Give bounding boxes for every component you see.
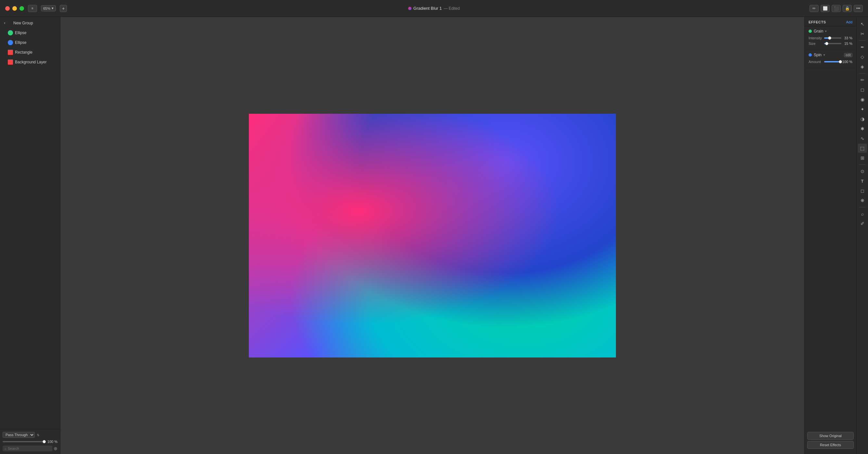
grain-intensity-row: Intensity 33 % [809, 36, 852, 40]
layer-list: ▾ New Group Ellipse Ellipse Rectangle [0, 17, 60, 429]
export-btn[interactable]: ⬛ [832, 5, 841, 12]
opacity-row: 100 % [3, 440, 58, 444]
blend-mode-select[interactable]: Pass Through [3, 432, 35, 438]
layers-panel: ▾ New Group Ellipse Ellipse Rectangle [0, 17, 60, 454]
fill-tool-button[interactable]: ◉ [858, 95, 867, 104]
titlebar-left: ≡ 65% ▾ + [5, 5, 67, 12]
effects-title: EFFECTS [809, 20, 826, 24]
text-tool-button[interactable]: T [858, 177, 867, 186]
add-layer-button[interactable]: ⊕ [54, 446, 58, 451]
dodge-tool-button[interactable]: ◑ [858, 114, 867, 123]
group-chevron-icon: ▾ [4, 22, 5, 25]
effects-bottom: Show Original Reset Effects [805, 429, 856, 451]
lock-btn[interactable]: 🔒 [843, 5, 852, 12]
pen-tool-btn[interactable]: ✏ [809, 5, 818, 12]
sharpen-tool-button[interactable]: ✱ [858, 124, 867, 133]
tool-divider-4 [859, 207, 866, 207]
paint-tool-button[interactable]: ✏ [858, 75, 867, 85]
grain-effect-section: Grain ▾ Intensity 33 % Size 15 % [805, 26, 856, 50]
pen-tool-button[interactable]: ✒ [858, 42, 867, 52]
tool-divider-1 [859, 40, 866, 41]
main-layout: ▾ New Group Ellipse Ellipse Rectangle [0, 17, 868, 454]
layer-item-ellipse-blue[interactable]: Ellipse [0, 38, 60, 48]
traffic-lights [5, 6, 24, 11]
grain-size-thumb [825, 42, 828, 45]
sample-tool-button[interactable]: ✐ [858, 219, 867, 228]
spin-amount-slider[interactable] [824, 61, 840, 62]
show-original-button[interactable]: Show Original [807, 432, 854, 440]
grain-chevron-icon: ▾ [825, 30, 827, 33]
opacity-thumb [42, 440, 46, 443]
canvas-frame [249, 114, 616, 358]
grain-enabled-dot[interactable] [809, 30, 812, 33]
canvas-area [60, 17, 804, 454]
blur-tool-button[interactable]: ✦ [858, 104, 867, 114]
patch-tool-button[interactable]: ⊞ [858, 153, 867, 162]
spin-edit-badge[interactable]: edit [844, 53, 852, 57]
layer-item-rectangle[interactable]: Rectangle [0, 48, 60, 57]
rect-tool-btn[interactable]: ⬜ [820, 5, 830, 12]
spin-name-row: Spin ▾ edit [809, 53, 852, 57]
zoom-tool-button[interactable]: ⌕ [858, 209, 867, 218]
titlebar: ≡ 65% ▾ + Gradient Blur 1 — Edited ✏ ⬜ ⬛… [0, 0, 868, 17]
zoom-label: 65% [43, 6, 50, 10]
tool-divider-3 [859, 164, 866, 165]
add-artboard-button[interactable]: + [60, 5, 67, 12]
file-icon [408, 7, 411, 10]
effects-header: EFFECTS Add [805, 17, 856, 26]
grain-intensity-thumb [828, 36, 831, 40]
spin-enabled-dot[interactable] [809, 53, 812, 57]
layer-group-header[interactable]: ▾ New Group [0, 18, 60, 28]
crop-tool-button[interactable]: ✂ [858, 29, 867, 38]
redeye-tool-button[interactable]: ⊙ [858, 167, 867, 176]
layer-color-swatch [8, 30, 13, 35]
layer-search-input[interactable] [8, 447, 50, 450]
more-btn[interactable]: ••• [854, 5, 863, 12]
document-title: Gradient Blur 1 [413, 6, 442, 11]
spin-chevron-icon: ▾ [824, 53, 825, 57]
layers-panel-toggle[interactable]: ≡ [28, 5, 37, 12]
close-button[interactable] [5, 6, 10, 11]
group-thumbnail [7, 21, 12, 26]
spin-name: Spin [814, 53, 822, 57]
smudge-tool-button[interactable]: ∿ [858, 134, 867, 143]
spin-amount-row: Amount 100 % [809, 60, 852, 64]
layer-item-background[interactable]: Background Layer [0, 57, 60, 67]
grain-name: Grain [814, 29, 823, 33]
spin-effect-section: Spin ▾ edit Amount 100 % [805, 50, 856, 68]
shape-tool-button[interactable]: ◻ [858, 186, 867, 195]
zoom-control[interactable]: 65% ▾ [41, 5, 56, 11]
grain-size-slider[interactable] [824, 43, 841, 44]
vector-tool-button[interactable]: ◇ [858, 52, 867, 61]
group-label: New Group [13, 21, 33, 25]
grain-name-row: Grain ▾ [809, 29, 852, 33]
zoom-chevron-icon: ▾ [52, 6, 54, 10]
tool-divider-2 [859, 73, 866, 73]
grain-size-row: Size 15 % [809, 41, 852, 46]
spin-amount-label: Amount [809, 60, 822, 64]
grain-intensity-label: Intensity [809, 36, 822, 40]
eraser-tool-button[interactable]: ◻ [858, 85, 867, 94]
layer-color-swatch [8, 50, 13, 55]
grain-intensity-slider[interactable] [824, 37, 841, 39]
effects-panel: EFFECTS Add Grain ▾ Intensity 33 % Size [804, 17, 856, 454]
layer-label: Ellipse [15, 40, 26, 45]
blend-mode-row: Pass Through ⇅ [3, 432, 58, 438]
layer-color-swatch [8, 40, 13, 45]
layer-color-swatch [8, 59, 13, 65]
layer-item-ellipse-green[interactable]: Ellipse [0, 28, 60, 38]
canvas-gradient [249, 114, 616, 358]
select-tool-button[interactable]: ↖ [858, 20, 867, 29]
layer-label: Ellipse [15, 31, 26, 35]
reset-effects-button[interactable]: Reset Effects [807, 441, 854, 449]
add-effect-button[interactable]: Add [846, 20, 852, 24]
titlebar-center: Gradient Blur 1 — Edited [408, 6, 460, 11]
search-icon: ⌕ [4, 447, 6, 450]
minimize-button[interactable] [12, 6, 17, 11]
stamp-tool-button[interactable]: ❋ [858, 196, 867, 205]
maximize-button[interactable] [20, 6, 24, 11]
clone-tool-button[interactable]: ⬚ [858, 144, 867, 153]
grain-size-value: 15 % [843, 41, 852, 46]
node-tool-button[interactable]: ◈ [858, 62, 867, 71]
opacity-slider[interactable] [3, 441, 46, 442]
